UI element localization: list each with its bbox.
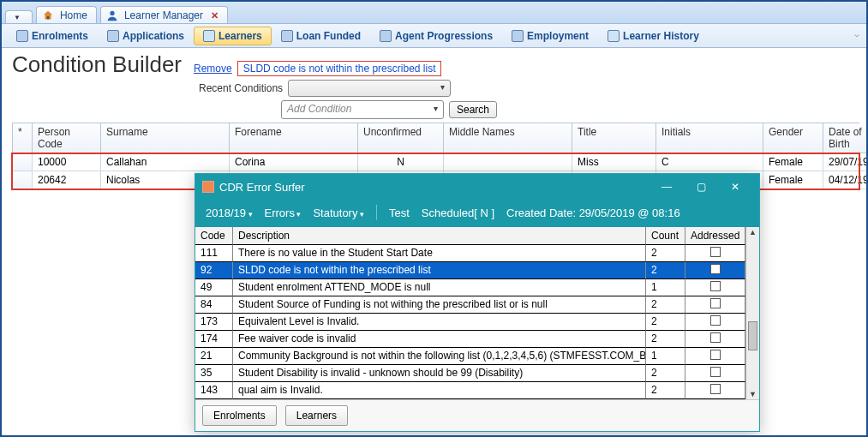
cell-code[interactable]: 35 [195, 365, 233, 382]
col-middle[interactable]: Middle Names [444, 123, 572, 153]
cell-dob[interactable]: 04/12/1989 [823, 171, 868, 189]
col-addressed[interactable]: Addressed [685, 227, 745, 245]
checkbox[interactable] [710, 350, 721, 360]
cell-count[interactable]: 2 [646, 314, 685, 331]
learner-manager-tab[interactable]: Learner Manager ✕ [100, 6, 228, 23]
cell-desc[interactable]: There is no value in the Student Start D… [233, 245, 646, 262]
cell-desc[interactable]: Fee waiver code is invalid [233, 331, 646, 348]
col-forename[interactable]: Forename [230, 123, 358, 153]
home-tab[interactable]: Home [36, 6, 97, 23]
tab-applications[interactable]: Applications [98, 27, 194, 45]
cell-code[interactable]: 92 [195, 262, 233, 279]
cell-addressed[interactable] [685, 314, 745, 331]
tab-enrolments[interactable]: Enrolments [7, 27, 98, 45]
cell-addressed[interactable] [685, 331, 745, 348]
remove-condition-link[interactable]: Remove [194, 63, 232, 75]
cell-addressed[interactable] [685, 382, 745, 399]
row-selector-header[interactable]: * [12, 123, 33, 153]
cell-count[interactable]: 2 [646, 262, 685, 279]
cell-forename[interactable]: Corina [230, 153, 358, 171]
row-selector[interactable] [12, 153, 33, 171]
cell-count[interactable]: 2 [646, 382, 685, 399]
tab-learner-history[interactable]: Learner History [598, 27, 709, 45]
cell-addressed[interactable] [685, 365, 745, 382]
cell-count[interactable]: 2 [646, 365, 685, 382]
col-count[interactable]: Count [646, 227, 685, 245]
checkbox[interactable] [710, 264, 721, 274]
cell-code[interactable]: 49 [195, 279, 233, 296]
minimize-button[interactable]: — [650, 177, 684, 196]
col-surname[interactable]: Surname [101, 123, 230, 153]
maximize-button[interactable]: ▢ [684, 177, 718, 196]
recent-conditions-select[interactable] [288, 80, 451, 97]
checkbox[interactable] [710, 367, 721, 377]
col-desc[interactable]: Description [233, 227, 646, 245]
col-initials[interactable]: Initials [656, 123, 763, 153]
cell-desc[interactable]: SLDD code is not within the prescribed l… [233, 262, 646, 279]
cell-count[interactable]: 1 [646, 279, 685, 296]
scroll-up-icon[interactable]: ▲ [746, 228, 759, 236]
cell-gender[interactable]: Female [763, 171, 823, 189]
cell-desc[interactable]: Community Background is not within the f… [233, 348, 646, 365]
checkbox[interactable] [710, 247, 721, 257]
cell-desc[interactable]: qual aim is Invalid. [233, 382, 646, 399]
checkbox[interactable] [710, 298, 721, 308]
cell-person-code[interactable]: 10000 [33, 153, 101, 171]
col-title[interactable]: Title [572, 123, 656, 153]
col-dob[interactable]: Date of Birth [823, 123, 868, 153]
tab-learners[interactable]: Learners [194, 27, 272, 45]
cell-middle[interactable] [444, 153, 572, 171]
cell-addressed[interactable] [685, 262, 745, 279]
close-icon[interactable]: ✕ [211, 10, 218, 21]
cell-code[interactable]: 143 [195, 382, 233, 399]
cell-count[interactable]: 2 [646, 245, 685, 262]
year-dropdown[interactable]: 2018/19 [206, 207, 253, 219]
checkbox[interactable] [710, 315, 721, 326]
col-gender[interactable]: Gender [763, 123, 823, 153]
app-menu-tab[interactable]: ▼ [5, 10, 33, 23]
errors-dropdown[interactable]: Errors [265, 207, 302, 219]
cell-desc[interactable]: Student Disability is invalid - unknown … [233, 365, 646, 382]
tab-loan-funded[interactable]: Loan Funded [272, 27, 370, 45]
cell-code[interactable]: 21 [195, 348, 233, 365]
cell-code[interactable]: 174 [195, 331, 233, 348]
scroll-down-icon[interactable]: ▼ [746, 390, 759, 398]
cell-addressed[interactable] [685, 296, 745, 314]
checkbox[interactable] [710, 384, 721, 394]
tab-employment[interactable]: Employment [502, 27, 598, 45]
cell-unconfirmed[interactable]: N [358, 153, 444, 171]
cell-count[interactable]: 2 [646, 331, 685, 348]
cell-desc[interactable]: Student Source of Funding is not withing… [233, 296, 646, 314]
col-person-code[interactable]: Person Code [33, 123, 101, 153]
cell-count[interactable]: 2 [646, 296, 685, 314]
close-button[interactable]: ✕ [718, 177, 752, 196]
scrollbar[interactable]: ▲ ▼ [745, 227, 759, 399]
cell-desc[interactable]: Equivalent Level is Invalid. [233, 314, 646, 331]
search-button[interactable]: Search [449, 101, 497, 118]
enrolments-button[interactable]: Enrolments [202, 405, 277, 426]
learners-button[interactable]: Learners [285, 405, 348, 426]
cell-addressed[interactable] [685, 279, 745, 296]
col-code[interactable]: Code [195, 227, 233, 245]
table-row[interactable]: 10000 Callahan Corina N Miss C Female 29… [12, 153, 859, 171]
expand-ribbon-icon[interactable]: ⌵ [854, 29, 859, 39]
row-selector[interactable] [12, 171, 33, 189]
add-condition-select[interactable]: Add Condition [281, 100, 444, 119]
scroll-thumb[interactable] [748, 321, 757, 350]
cell-addressed[interactable] [685, 245, 745, 262]
tab-agent-progressions[interactable]: Agent Progressions [370, 27, 502, 45]
cell-person-code[interactable]: 20642 [33, 171, 101, 189]
cell-gender[interactable]: Female [763, 153, 823, 171]
cell-surname[interactable]: Callahan [101, 153, 230, 171]
cell-dob[interactable]: 29/07/1996 [823, 153, 868, 171]
cell-code[interactable]: 173 [195, 314, 233, 331]
cell-count[interactable]: 1 [646, 348, 685, 365]
titlebar[interactable]: CDR Error Surfer — ▢ ✕ [195, 174, 759, 200]
cell-code[interactable]: 84 [195, 296, 233, 314]
cell-code[interactable]: 111 [195, 245, 233, 262]
checkbox[interactable] [710, 281, 721, 291]
statutory-dropdown[interactable]: Statutory [313, 207, 364, 219]
checkbox[interactable] [710, 332, 721, 343]
cell-desc[interactable]: Student enrolment ATTEND_MODE is null [233, 279, 646, 296]
cell-title[interactable]: Miss [572, 153, 656, 171]
